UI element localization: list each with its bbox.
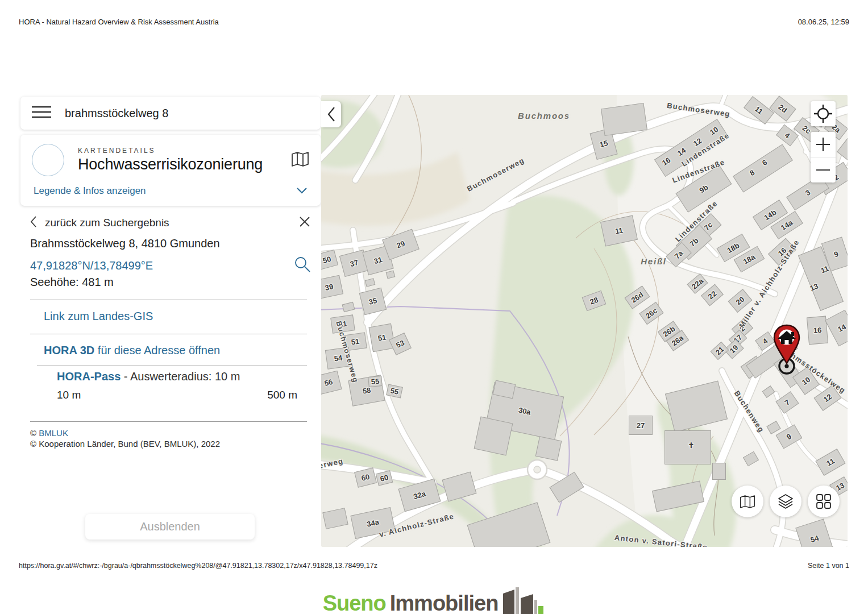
result-coordinates[interactable]: 47,91828°N/13,78499°E	[30, 259, 153, 272]
map-feature-layer: 503731293935415151535456585555606032a34a…	[321, 95, 848, 547]
copyright-line-1: © BMLUK	[30, 428, 68, 438]
map-place-label: Buchmoos	[518, 111, 570, 121]
location-marker-pin	[770, 324, 804, 376]
browser-header-datetime: 08.06.25, 12:59	[798, 18, 849, 26]
map-street-label: Buchmoserweg	[321, 457, 344, 478]
map-building-number: 16	[813, 326, 822, 335]
map-icon[interactable]	[291, 151, 309, 169]
copyright-org-link[interactable]: BMLUK	[39, 428, 68, 438]
hora-3d-bold[interactable]: HORA 3D	[44, 344, 94, 356]
menu-hamburger-icon[interactable]	[32, 105, 51, 121]
plus-icon	[815, 136, 831, 152]
page-number: Seite 1 von 1	[808, 562, 849, 570]
map-building	[743, 451, 759, 467]
result-address: Brahmsstöckelweg 8, 4810 Gmunden	[30, 237, 220, 250]
radius-slider-labels[interactable]: 10 m 500 m	[57, 389, 297, 401]
zoom-out-button[interactable]	[811, 157, 836, 182]
hora-3d-link[interactable]: HORA 3D für diese Adresse öffnen	[44, 344, 220, 357]
map-tool-buttons	[732, 486, 840, 517]
map-building	[762, 385, 775, 398]
map-building	[665, 380, 728, 432]
logo-buildings-icon	[503, 584, 545, 614]
search-input[interactable]	[64, 106, 309, 121]
divider	[30, 421, 307, 422]
map-building-number: 51	[351, 337, 360, 347]
map-building	[733, 144, 793, 192]
map-place-label: Heißl	[641, 256, 667, 266]
copyright-line-2: © Kooperation Länder, Bund (BEV, BMLUK),…	[30, 439, 220, 449]
logo-text-dark: Immobilien	[390, 591, 499, 614]
logo-text-green: Sueno	[323, 591, 386, 614]
search-bar[interactable]	[20, 97, 321, 130]
map-layer-title: Hochwasserrisikozonierung	[78, 156, 291, 173]
zoom-in-button[interactable]	[811, 132, 836, 157]
copyright-symbol: ©	[30, 428, 39, 438]
sidebar: KARTENDETAILS Hochwasserrisikozonierung …	[20, 95, 321, 547]
collapse-sidebar-button[interactable]	[321, 101, 341, 127]
basemap-button[interactable]	[732, 486, 763, 517]
map-building-number: ✝	[688, 441, 695, 450]
layers-icon	[777, 493, 794, 510]
layer-thumbnail-circle[interactable]	[32, 144, 64, 176]
map-icon	[740, 495, 755, 509]
map-building	[386, 270, 396, 279]
back-to-results-row[interactable]: zurück zum Suchergebnis	[30, 215, 311, 230]
map-building	[766, 421, 780, 434]
page: HORA - Natural Hazard Overview & Risk As…	[0, 0, 868, 614]
map-street-label: Anton v. Satori-Straße	[614, 533, 708, 547]
map-building-number: 54	[334, 354, 343, 363]
map-building-number: 39	[324, 282, 334, 292]
map-canvas[interactable]: 503731293935415151535456585555606032a34a…	[321, 95, 848, 547]
kartendetails-label: KARTENDETAILS	[78, 147, 291, 155]
map-building	[467, 502, 551, 547]
hora-3d-rest[interactable]: für diese Adresse öffnen	[94, 344, 220, 356]
hide-panel-button[interactable]: Ausblenden	[85, 514, 255, 540]
layers-button[interactable]	[770, 486, 801, 517]
map-building-number: 11	[614, 226, 624, 236]
map-building-number: 55	[389, 386, 399, 396]
browser-header-title: HORA - Natural Hazard Overview & Risk As…	[19, 18, 219, 26]
minus-icon	[815, 168, 831, 172]
map-building-number: 27	[637, 421, 645, 430]
apps-grid-button[interactable]	[808, 486, 840, 517]
map-building	[549, 472, 584, 503]
map-street-label: Buchmoserweg	[666, 101, 730, 118]
close-icon[interactable]	[298, 215, 311, 230]
chevron-left-icon[interactable]	[30, 215, 37, 230]
map-building	[601, 103, 647, 136]
map-building	[342, 302, 355, 313]
back-to-results-label[interactable]: zurück zum Suchergebnis	[45, 217, 298, 229]
search-magnifier-icon[interactable]	[294, 256, 311, 275]
map-building	[322, 508, 348, 529]
divider	[30, 334, 307, 334]
hora-pass-bold[interactable]: HORA-Pass	[57, 370, 121, 383]
radius-max-label: 500 m	[267, 389, 297, 401]
divider	[30, 300, 307, 300]
zoom-controls	[811, 132, 836, 182]
sueno-immobilien-logo: SuenoImmobilien	[0, 584, 868, 614]
chevron-left-icon	[327, 106, 336, 123]
map-building	[652, 480, 704, 512]
map-building	[712, 463, 726, 480]
hora-pass-rest: - Auswerteradius: 10 m	[121, 370, 240, 383]
page-url: https://hora.gv.at/#/chwrz:-/bgrau/a-/qb…	[19, 562, 377, 570]
map-details-card: KARTENDETAILS Hochwasserrisikozonierung …	[20, 135, 321, 206]
map-building	[365, 278, 376, 287]
landes-gis-link[interactable]: Link zum Landes-GIS	[44, 310, 153, 323]
map-building-number: 58	[362, 385, 372, 395]
divider	[37, 366, 307, 366]
map-street-label: Buchenweg	[733, 389, 766, 434]
grid-icon	[815, 493, 832, 510]
map-building	[442, 472, 476, 502]
chevron-down-icon[interactable]	[296, 186, 308, 196]
logo-text: SuenoImmobilien	[323, 592, 499, 614]
map-building	[535, 436, 562, 461]
hora-pass-link[interactable]: HORA-Pass - Auswerteradius: 10 m	[57, 370, 240, 383]
map-building-number: 55	[371, 377, 380, 386]
radius-min-label: 10 m	[57, 389, 81, 401]
locate-me-button[interactable]	[811, 101, 836, 126]
map-street-label: Buchmoserweg	[466, 156, 526, 193]
map-building-number: 51	[377, 333, 387, 342]
crosshair-icon	[813, 104, 833, 123]
legend-info-link[interactable]: Legende & Infos anzeigen	[34, 185, 146, 197]
